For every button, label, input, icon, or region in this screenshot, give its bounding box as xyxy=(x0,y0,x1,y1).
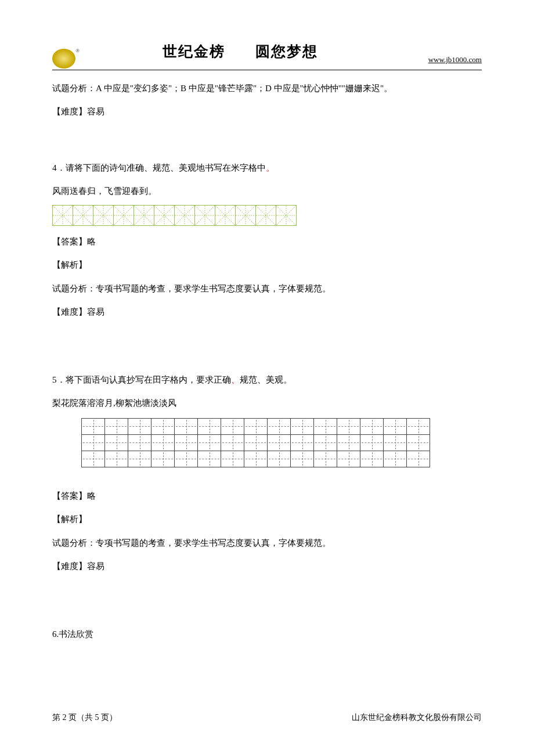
mi-grid xyxy=(52,205,482,226)
q4-sentence: 风雨送春归，飞雪迎春到。 xyxy=(52,181,482,201)
mi-cell xyxy=(93,205,114,226)
mi-cell xyxy=(154,205,175,226)
difficulty-4: 【难度】容易 xyxy=(52,302,482,322)
jiexi-4: 【解析】 xyxy=(52,255,482,275)
title-left: 世纪金榜 xyxy=(163,44,225,59)
question-4: 4．请将下面的诗句准确、规范、美观地书写在米字格中。 xyxy=(52,158,482,178)
header-title: 世纪金榜 圆您梦想 xyxy=(52,35,428,69)
analysis-4: 试题分析：专项书写题的考查，要求学生书写态度要认真，字体要规范。 xyxy=(52,279,482,299)
page-number: 第 2 页（共 5 页） xyxy=(52,708,117,727)
analysis-prev: 试题分析：A 中应是"变幻多姿"；B 中应是"锋芒毕露"；D 中应是"忧心忡忡"… xyxy=(52,78,482,99)
analysis-5: 试题分析：专项书写题的考查，要求学生书写态度要认真，字体要规范。 xyxy=(52,533,482,553)
content: 试题分析：A 中应是"变幻多姿"；B 中应是"锋芒毕露"；D 中应是"忧心忡忡"… xyxy=(52,78,482,645)
tian-grid xyxy=(81,418,482,467)
page: 世纪金榜 圆您梦想 www.jb1000.com 试题分析：A 中应是"变幻多姿… xyxy=(0,0,534,756)
difficulty-prev: 【难度】容易 xyxy=(52,102,482,122)
q5-text-c: 规范、美观。 xyxy=(240,375,292,384)
mi-cell xyxy=(194,205,215,226)
q4-text: 4．请将下面的诗句准确、规范、美观地书写在米字格中 xyxy=(52,163,266,172)
header-url[interactable]: www.jb1000.com xyxy=(428,51,482,69)
mi-cell xyxy=(174,205,195,226)
q5-punct: 、 xyxy=(231,375,240,384)
logo-icon xyxy=(52,49,75,69)
mi-cell xyxy=(276,205,297,226)
question-6: 6.书法欣赏 xyxy=(52,624,482,645)
answer-5: 【答案】略 xyxy=(52,486,482,506)
q5-sentence: 梨花院落溶溶月,柳絮池塘淡淡风 xyxy=(52,393,482,413)
mi-cell xyxy=(113,205,134,226)
jiexi-5: 【解析】 xyxy=(52,509,482,530)
footer: 第 2 页（共 5 页） 山东世纪金榜科教文化股份有限公司 xyxy=(52,708,482,727)
mi-cell xyxy=(235,205,256,226)
answer-4: 【答案】略 xyxy=(52,232,482,252)
mi-cell xyxy=(255,205,276,226)
logo-wrap xyxy=(52,49,75,69)
mi-cell xyxy=(73,205,93,226)
company-name: 山东世纪金榜科教文化股份有限公司 xyxy=(352,708,482,727)
question-5: 5．将下面语句认真抄写在田字格内，要求正确、规范、美观。 xyxy=(52,370,482,390)
difficulty-5: 【难度】容易 xyxy=(52,556,482,577)
mi-cell xyxy=(134,205,154,226)
q4-period: 。 xyxy=(266,163,275,172)
title-right: 圆您梦想 xyxy=(255,44,318,59)
header: 世纪金榜 圆您梦想 www.jb1000.com xyxy=(52,35,482,70)
mi-cell xyxy=(215,205,236,226)
mi-cell xyxy=(52,205,73,226)
q5-text-a: 5．将下面语句认真抄写在田字格内，要求正确 xyxy=(52,375,231,384)
